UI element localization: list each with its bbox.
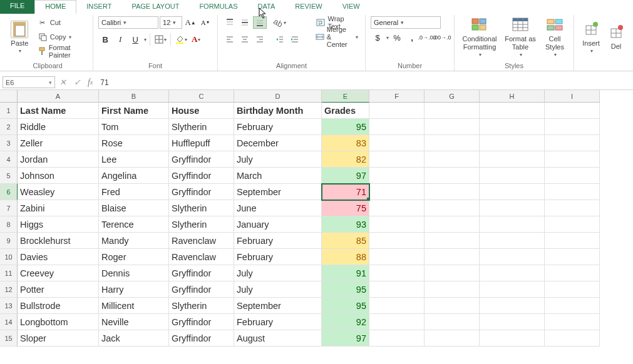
tab-view[interactable]: VIEW [332,0,370,14]
cell-A9[interactable]: Brocklehurst [18,233,99,249]
cell-E5[interactable]: 97 [322,168,369,184]
cell-A14[interactable]: Longbottom [18,314,99,330]
tab-formulas[interactable]: FORMULAS [189,0,247,14]
cell-G13[interactable] [425,298,480,314]
header-cell[interactable] [369,103,425,119]
increase-decimal-button[interactable]: .0→.00 [420,31,434,44]
header-cell[interactable] [545,103,600,119]
cell-F13[interactable] [369,298,425,314]
cell-E6[interactable]: 71 [322,184,369,200]
fill-color-button[interactable]: ▾ [174,33,188,46]
cell-A3[interactable]: Zeller [18,135,99,151]
cell-G2[interactable] [425,119,480,135]
font-shrink-button[interactable]: A▼ [198,16,212,29]
row-header-3[interactable]: 3 [0,135,18,151]
header-cell[interactable]: Grades [322,103,369,119]
cell-B5[interactable]: Angelina [99,168,169,184]
cell-F3[interactable] [369,135,425,151]
file-tab[interactable]: FILE [0,0,34,14]
align-top-button[interactable] [223,16,237,29]
cell-H2[interactable] [480,119,545,135]
cell-H7[interactable] [480,200,545,216]
fx-icon[interactable]: fx [84,75,96,89]
cell-E13[interactable]: 95 [322,298,369,314]
cell-C4[interactable]: Gryffindor [169,151,234,168]
col-header-F[interactable]: F [369,90,425,103]
cell-D14[interactable]: February [234,314,322,330]
tab-insert[interactable]: INSERT [76,0,121,14]
cell-B2[interactable]: Tom [99,119,169,135]
cell-E3[interactable]: 83 [322,135,369,151]
cell-C10[interactable]: Ravenclaw [169,249,234,265]
cell-H15[interactable] [480,330,545,346]
row-header-13[interactable]: 13 [0,298,18,314]
cell-G3[interactable] [425,135,480,151]
cell-A6[interactable]: Weasley [18,184,99,200]
row-header-1[interactable]: 1 [0,103,18,119]
cell-E14[interactable]: 92 [322,314,369,330]
cell-F8[interactable] [369,216,425,233]
cell-H8[interactable] [480,216,545,233]
cell-E12[interactable]: 95 [322,281,369,298]
col-header-I[interactable]: I [545,90,600,103]
cell-C8[interactable]: Slytherin [169,216,234,233]
cell-E11[interactable]: 91 [322,265,369,281]
accept-formula-button[interactable]: ✓ [70,75,84,89]
tab-data[interactable]: DATA [248,0,286,14]
cell-D13[interactable]: September [234,298,322,314]
cell-G11[interactable] [425,265,480,281]
formula-input[interactable] [96,75,633,89]
cell-I8[interactable] [545,216,600,233]
font-name-select[interactable]: Calibri [98,16,158,29]
row-header-4[interactable]: 4 [0,151,18,168]
cell-H6[interactable] [480,184,545,200]
cell-B10[interactable]: Roger [99,249,169,265]
cell-F9[interactable] [369,233,425,249]
cell-G8[interactable] [425,216,480,233]
format-as-table-button[interactable]: Format as Table▾ [503,16,537,58]
paste-button[interactable]: Paste ▾ [8,16,32,58]
align-center-button[interactable] [238,33,252,46]
indent-button[interactable] [288,33,302,46]
cell-D9[interactable]: February [234,233,322,249]
number-format-select[interactable]: General [371,16,441,29]
cell-F10[interactable] [369,249,425,265]
cell-A5[interactable]: Johnson [18,168,99,184]
row-header-14[interactable]: 14 [0,314,18,330]
cell-G9[interactable] [425,233,480,249]
cell-D5[interactable]: March [234,168,322,184]
col-header-H[interactable]: H [480,90,545,103]
delete-cells-button[interactable]: Del [607,16,625,58]
cell-D3[interactable]: December [234,135,322,151]
cell-B9[interactable]: Mandy [99,233,169,249]
font-grow-button[interactable]: A▲ [183,16,197,29]
cell-A8[interactable]: Higgs [18,216,99,233]
row-header-9[interactable]: 9 [0,233,18,249]
cell-B12[interactable]: Harry [99,281,169,298]
cell-G4[interactable] [425,151,480,168]
cell-D10[interactable]: February [234,249,322,265]
cell-D4[interactable]: July [234,151,322,168]
cell-H10[interactable] [480,249,545,265]
cell-I2[interactable] [545,119,600,135]
align-left-button[interactable] [223,33,237,46]
orientation-button[interactable]: ab▾ [273,16,287,29]
cell-H12[interactable] [480,281,545,298]
cell-B3[interactable]: Rose [99,135,169,151]
cell-A12[interactable]: Potter [18,281,99,298]
cell-A4[interactable]: Jordan [18,151,99,168]
header-cell[interactable]: Birthday Month [234,103,322,119]
cell-I4[interactable] [545,151,600,168]
cell-D2[interactable]: February [234,119,322,135]
align-middle-button[interactable] [238,16,252,29]
row-header-11[interactable]: 11 [0,265,18,281]
cell-A2[interactable]: Riddle [18,119,99,135]
tab-review[interactable]: REVIEW [285,0,332,14]
cell-F11[interactable] [369,265,425,281]
cell-A10[interactable]: Davies [18,249,99,265]
cell-I10[interactable] [545,249,600,265]
cell-F4[interactable] [369,151,425,168]
cell-E8[interactable]: 93 [322,216,369,233]
cell-E2[interactable]: 95 [322,119,369,135]
row-header-12[interactable]: 12 [0,281,18,298]
